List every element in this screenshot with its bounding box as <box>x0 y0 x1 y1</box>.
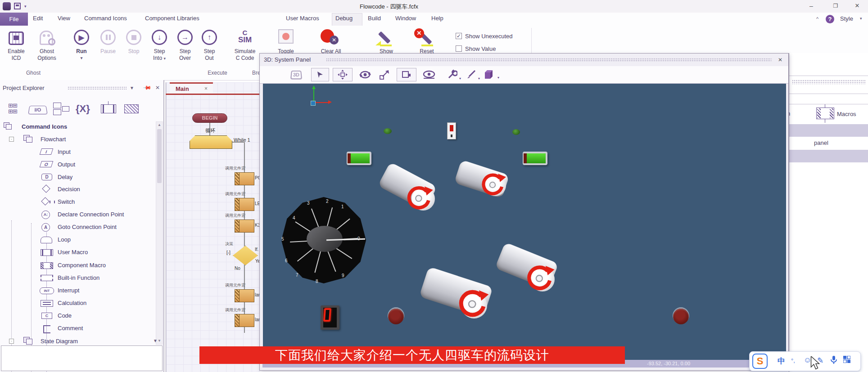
help-icon[interactable]: ? <box>826 15 834 23</box>
tab-main[interactable]: Main × <box>170 82 213 94</box>
seven-segment-display[interactable] <box>321 305 339 330</box>
panel-drag-texture[interactable] <box>792 80 866 84</box>
variables-icon[interactable]: {X} <box>76 103 95 115</box>
tree-item-builtin-function[interactable]: Built-in Function <box>58 274 99 281</box>
enable-icd-button[interactable]: EnableICD <box>1 48 32 62</box>
tree-item-input[interactable]: Input <box>58 148 71 155</box>
stop-button[interactable]: Stop <box>120 48 148 55</box>
minimize-button[interactable]: – <box>806 2 816 9</box>
panel-menu-caret-icon[interactable]: ▼ <box>130 85 134 90</box>
select-tool-button[interactable] <box>311 68 329 81</box>
tree-item-comment[interactable]: Comment <box>58 325 83 332</box>
menu-user-macros[interactable]: User Macros <box>286 15 319 22</box>
save-icon[interactable] <box>14 3 21 9</box>
panel-close-icon[interactable]: ✕ <box>155 85 160 91</box>
menu-help[interactable]: Help <box>431 15 443 22</box>
box-select-button[interactable] <box>397 68 416 81</box>
expand-toggle[interactable]: - <box>9 339 14 344</box>
panel-drag-texture[interactable] <box>326 58 772 62</box>
round-led-component[interactable] <box>673 309 689 324</box>
wrench-tool-icon[interactable]: ▾ <box>444 68 460 81</box>
ime-toolbar[interactable]: S 中 °, ☺ ✎ <box>749 351 861 371</box>
tab-close-icon[interactable]: × <box>204 85 208 92</box>
user-macro-toolbar-icon[interactable] <box>99 103 119 115</box>
menu-file[interactable]: File <box>0 13 28 26</box>
close-button[interactable]: ✕ <box>852 2 862 9</box>
step-into-button[interactable]: StepInto ▾ <box>145 48 173 62</box>
tree-item-loop[interactable]: Loop <box>58 236 71 243</box>
reset-code-icon[interactable]: ✕ <box>415 30 436 46</box>
stop-icon[interactable] <box>126 30 141 45</box>
flow-macro-node[interactable] <box>235 172 254 185</box>
tree-item-delay[interactable]: Delay <box>58 174 72 180</box>
flow-macro-node[interactable] <box>235 289 254 302</box>
battery-led-component[interactable] <box>523 152 547 165</box>
tree-item-flowchart[interactable]: Flowchart <box>41 136 66 143</box>
move-tool-button[interactable] <box>333 68 353 81</box>
switch-component[interactable] <box>447 122 456 139</box>
green-led-component[interactable] <box>512 129 520 135</box>
visibility-eye-icon[interactable] <box>420 68 438 81</box>
flow-macro-node[interactable] <box>235 220 254 233</box>
flow-macro-node[interactable] <box>235 314 254 327</box>
tree-item-decision[interactable]: Decision <box>58 186 80 193</box>
step-over-button[interactable]: StepOver <box>171 48 199 62</box>
menu-edit[interactable]: Edit <box>33 15 43 22</box>
tree-item-output[interactable]: Output <box>58 161 75 168</box>
flow-begin-node[interactable]: BEGIN <box>192 113 227 123</box>
step-out-button[interactable]: StepOut <box>195 48 223 62</box>
run-icon[interactable]: ▶ <box>74 30 89 45</box>
rotary-dial-component[interactable]: 0 1 2 3 4 5 6 7 8 9 <box>280 195 368 285</box>
enable-icd-icon[interactable] <box>9 31 24 45</box>
sogou-logo-icon[interactable]: S <box>752 354 768 369</box>
tree-item-interrupt[interactable]: Interrupt <box>58 287 79 294</box>
pause-button[interactable]: Pause <box>94 48 122 55</box>
step-out-icon[interactable]: ↑ <box>202 30 217 45</box>
ime-lang-toggle[interactable]: 中 <box>778 356 785 366</box>
tree-item-declare-connection-point[interactable]: Declare Connection Point <box>58 211 124 218</box>
component-macro-toolbar-icon[interactable] <box>122 103 140 115</box>
show-value-checkbox[interactable] <box>456 45 462 52</box>
scale-tool-button[interactable] <box>377 68 392 81</box>
run-button[interactable]: Run▾ <box>68 48 95 62</box>
project-explorer-scrollbar[interactable]: ▲ ▼ <box>156 121 163 345</box>
tree-item-calculation[interactable]: Calculation <box>58 300 86 306</box>
panel-drag-texture[interactable] <box>68 86 127 90</box>
battery-led-component[interactable] <box>347 152 371 165</box>
panel-label[interactable]: panel <box>814 139 828 146</box>
expand-toggle[interactable]: - <box>9 137 14 142</box>
tree-scroll-down-icon[interactable]: ▼ <box>153 338 158 343</box>
simulate-c-code-icon[interactable]: C SIM <box>236 29 254 44</box>
menu-component-libraries[interactable]: Component Libraries <box>145 15 199 22</box>
tree-item-goto-connection-point[interactable]: Goto Connection Point <box>58 224 117 230</box>
round-led-component[interactable] <box>388 309 404 324</box>
tree-item-code[interactable]: Code <box>58 312 72 319</box>
orbit-tool-button[interactable] <box>357 68 373 81</box>
menu-view[interactable]: View <box>58 15 70 22</box>
show-unexecuted-checkbox[interactable]: ✓ <box>456 33 462 39</box>
ghost-options-icon[interactable] <box>40 31 53 45</box>
ime-keyboard-grid-icon[interactable] <box>843 356 850 365</box>
tree-item-state-diagram[interactable]: State Diagram <box>41 338 78 345</box>
menu-window[interactable]: Window <box>395 15 416 22</box>
style-dropdown[interactable]: Style <box>840 15 853 22</box>
system-panel-close-icon[interactable]: ✕ <box>778 57 782 63</box>
flow-macro-node[interactable] <box>235 198 254 211</box>
menu-build[interactable]: Build <box>368 15 381 22</box>
step-over-icon[interactable]: → <box>177 30 193 45</box>
ribbon-collapse-icon[interactable]: ^ <box>816 16 818 22</box>
pin-icon[interactable]: 📌 <box>143 83 152 92</box>
restore-button[interactable]: ❐ <box>831 3 841 9</box>
io-icon[interactable]: I/O <box>28 106 47 114</box>
green-led-component[interactable] <box>384 128 392 134</box>
step-into-icon[interactable]: ↓ <box>152 30 167 45</box>
flow-collapse-mark[interactable]: [-] <box>226 250 231 255</box>
tree-item-command-icons[interactable]: Command Icons <box>22 123 67 130</box>
tree-item-switch[interactable]: Switch <box>58 198 75 205</box>
tree-item-user-macro[interactable]: User Macro <box>58 249 88 255</box>
simulate-c-code-button[interactable]: SimulateC Code <box>229 48 261 62</box>
ghost-options-button[interactable]: GhostOptions <box>32 48 62 62</box>
ime-microphone-icon[interactable] <box>831 356 837 366</box>
show-code-icon[interactable] <box>375 30 395 46</box>
tree-item-component-macro[interactable]: Component Macro <box>58 262 106 269</box>
